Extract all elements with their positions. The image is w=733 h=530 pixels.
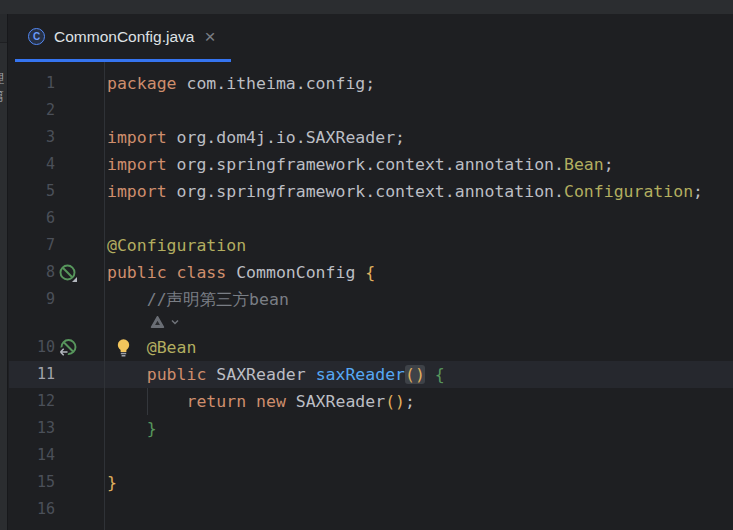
code-token: Configuration	[564, 182, 693, 201]
gutter	[9, 313, 104, 334]
code-text[interactable]: import org.springframework.context.annot…	[104, 151, 733, 178]
code-token: SAXReader	[216, 365, 315, 384]
project-panel-edge: 理 篇	[0, 14, 8, 530]
code-token: {	[435, 365, 445, 384]
line-number: 4	[46, 151, 55, 178]
ide-window: 理 篇 C CommonConfig.java × 1package com.i…	[0, 0, 733, 530]
code-token: ()	[405, 365, 425, 384]
line-number: 9	[46, 286, 55, 313]
code-editor[interactable]: 1package com.itheima.config;23import org…	[9, 62, 733, 530]
code-token: saxReader	[316, 365, 405, 384]
gutter[interactable]: 11	[9, 361, 104, 388]
code-text[interactable]: //声明第三方bean	[104, 286, 733, 313]
code-text[interactable]: @Configuration	[104, 232, 733, 259]
gutter[interactable]: 14	[9, 442, 104, 469]
code-line: 5import org.springframework.context.anno…	[9, 178, 733, 205]
gutter[interactable]: 3	[9, 124, 104, 151]
code-token: {	[365, 263, 375, 282]
code-line: 7@Configuration	[9, 232, 733, 259]
code-text[interactable]: }	[104, 469, 733, 496]
code-text[interactable]: @Bean	[104, 334, 733, 361]
code-text[interactable]: }	[104, 415, 733, 442]
tab-commonconfig-java[interactable]: C CommonConfig.java ×	[15, 14, 231, 62]
code-token: ()	[385, 392, 405, 411]
line-number: 10	[37, 334, 55, 361]
gutter[interactable]: 7	[9, 232, 104, 259]
gutter-separator	[104, 62, 105, 530]
code-text[interactable]	[104, 496, 733, 523]
gutter[interactable]: 1	[9, 70, 104, 97]
gutter[interactable]: 6	[9, 205, 104, 232]
code-token: CommonConfig	[236, 263, 365, 282]
code-line: 14	[9, 442, 733, 469]
code-line: 11 public SAXReader saxReader() {	[9, 361, 733, 388]
java-class-icon: C	[28, 28, 45, 45]
gutter[interactable]: 10	[9, 334, 104, 361]
close-icon[interactable]: ×	[203, 27, 216, 46]
clipped-tree-text: 理	[0, 70, 8, 87]
line-number: 13	[37, 415, 55, 442]
code-token: ;	[604, 155, 614, 174]
code-text[interactable]: return new SAXReader();	[104, 388, 733, 415]
line-number: 5	[46, 178, 55, 205]
code-line: 6	[9, 205, 733, 232]
tab-title: CommonConfig.java	[54, 28, 194, 46]
spring-bean-navigate-icon	[58, 338, 78, 358]
editor-rows: 1package com.itheima.config;23import org…	[9, 70, 733, 523]
code-text[interactable]: import org.dom4j.io.SAXReader;	[104, 124, 733, 151]
editor-pane: C CommonConfig.java × 1package com.ithei…	[9, 14, 733, 530]
line-number: 6	[46, 205, 55, 232]
code-token: public	[107, 365, 216, 384]
line-number: 2	[46, 97, 55, 124]
lightbulb-icon	[116, 338, 131, 358]
line-number: 1	[46, 70, 55, 97]
ai-assistant-icon	[150, 315, 165, 329]
code-line: 13 }	[9, 415, 733, 442]
gutter[interactable]: 2	[9, 97, 104, 124]
gutter[interactable]: 15	[9, 469, 104, 496]
code-text[interactable]: public SAXReader saxReader() {	[104, 361, 733, 388]
code-token: org.springframework.context.annotation.	[177, 155, 564, 174]
code-line: 9 //声明第三方bean	[9, 286, 733, 313]
code-token: }	[107, 419, 157, 438]
code-token: //声明第三方bean	[107, 290, 289, 309]
gutter[interactable]: 9	[9, 286, 104, 313]
code-token: return new	[107, 392, 296, 411]
code-line: 12 return new SAXReader();	[9, 388, 733, 415]
code-line: 8public class CommonConfig {	[9, 259, 733, 286]
code-line: 3import org.dom4j.io.SAXReader;	[9, 124, 733, 151]
spring-bean-icon	[58, 263, 78, 283]
code-text[interactable]	[104, 442, 733, 469]
gutter[interactable]: 8	[9, 259, 104, 286]
code-token: }	[107, 473, 117, 492]
line-number: 3	[46, 124, 55, 151]
code-text[interactable]: package com.itheima.config;	[104, 70, 733, 97]
gutter[interactable]: 4	[9, 151, 104, 178]
clipped-tree-text: 篇	[0, 87, 8, 104]
top-bar	[0, 0, 733, 14]
gutter[interactable]: 12	[9, 388, 104, 415]
code-text[interactable]	[104, 205, 733, 232]
code-token: import	[107, 128, 177, 147]
gutter[interactable]: 5	[9, 178, 104, 205]
line-number: 12	[37, 388, 55, 415]
code-line: 15}	[9, 469, 733, 496]
spring-bean-gutter-button[interactable]	[58, 263, 78, 283]
line-number: 15	[37, 469, 55, 496]
line-number: 16	[37, 496, 55, 523]
code-text[interactable]: public class CommonConfig {	[104, 259, 733, 286]
spring-bean-navigate-button[interactable]	[58, 338, 78, 358]
intention-bulb-button[interactable]	[116, 338, 131, 358]
code-token: @Configuration	[107, 236, 246, 255]
chevron-down-icon	[170, 318, 180, 326]
code-token: org.dom4j.io.SAXReader;	[177, 128, 405, 147]
code-token: com.itheima.config;	[186, 74, 375, 93]
inlay-area	[104, 313, 733, 334]
line-number: 8	[46, 259, 55, 286]
gutter[interactable]: 16	[9, 496, 104, 523]
ai-prompt-widget[interactable]	[150, 315, 180, 329]
code-line: 1package com.itheima.config;	[9, 70, 733, 97]
code-text[interactable]: import org.springframework.context.annot…	[104, 178, 733, 205]
code-text[interactable]	[104, 97, 733, 124]
gutter[interactable]: 13	[9, 415, 104, 442]
